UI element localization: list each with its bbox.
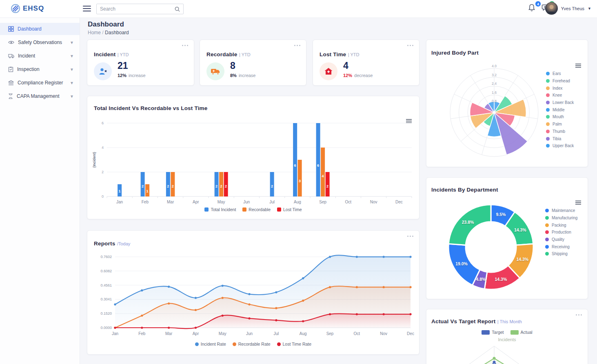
svg-text:6: 6 [317,163,319,168]
legend-item[interactable]: Lost Time [277,207,302,212]
bank-icon [8,80,14,86]
svg-text:Aug: Aug [294,200,301,204]
ehsq-logo-icon [11,4,20,13]
brand-logo[interactable]: EHSQ [11,4,44,13]
chart-subtitle: | This Month [497,319,522,324]
legend-label: Knee [553,93,562,97]
legend-item[interactable]: Target [482,330,504,335]
svg-text:0: 0 [102,194,104,199]
breadcrumb: Home / Dashboard [88,30,129,35]
svg-text:3: 3 [299,179,301,183]
chevron-down-icon: ▼ [70,67,74,72]
svg-text:2: 2 [326,184,328,188]
sidebar-item-label: Safety Observations [18,40,66,45]
legend-item[interactable]: Forehead [546,77,581,85]
card-menu-icon[interactable] [182,45,188,46]
legend-item[interactable]: Quality [545,236,584,243]
legend-item[interactable]: Actual [510,330,533,335]
bar-chart-legend: Total IncidentRecordableLost Time [87,207,419,212]
legend-item[interactable]: Packing [545,221,584,229]
legend-item[interactable]: Thumb [546,128,581,135]
legend-swatch-icon [545,216,549,220]
svg-text:6: 6 [102,121,104,125]
legend-item[interactable]: Total Incident [204,207,236,212]
card-menu-icon[interactable] [294,45,300,46]
sidebar-item-inspection[interactable]: Inspection ▼ [0,63,80,75]
legend-item[interactable]: Knee [546,92,581,99]
svg-text:Dec: Dec [407,331,414,336]
svg-text:1: 1 [146,189,149,193]
legend-item[interactable]: Recordable [242,207,271,212]
svg-text:May: May [219,331,226,336]
kpi-delta-note: increase [129,73,146,78]
sidebar: Dashboard Safety Observations ▼ Incident… [0,18,80,364]
legend-item[interactable]: Production [545,229,584,236]
kpi-title: Incident [94,51,115,57]
sidebar-item-label: Dashboard [18,26,74,32]
actual-vs-target-card: Actual Vs Target Report | This Month Tar… [426,309,588,364]
breadcrumb-home-link[interactable]: Home [88,30,101,35]
legend-item[interactable]: Shipping [545,250,584,258]
bar-chart[interactable]: 0246(Incident)JanFebMarAprMayJunJulAugSe… [91,117,416,212]
kpi-delta: 12%decrease [343,73,373,78]
legend-item[interactable]: Incident Rate [195,342,226,346]
legend-item[interactable]: Mouth [546,113,581,121]
menu-toggle-icon[interactable] [83,6,91,12]
card-menu-icon[interactable] [407,45,413,46]
legend-item[interactable]: Lost Time Rate [277,342,312,346]
svg-text:Feb: Feb [142,200,149,204]
search-input[interactable] [97,6,174,12]
legend-item[interactable]: Lower Back [546,99,581,106]
legend-item[interactable]: Middle [546,106,581,113]
sidebar-item-dashboard[interactable]: Dashboard [0,23,80,35]
legend-item[interactable]: Ears [546,70,581,77]
sidebar-item-incident[interactable]: Incident ▼ [0,50,80,62]
user-menu[interactable]: Yves Theus ▼ [545,2,591,15]
legend-swatch-icon [546,101,550,104]
legend-swatch-icon [510,330,519,335]
legend-item[interactable]: Upper Back [546,142,581,150]
legend-label: Shipping [552,251,568,256]
kpi-value: 4 [343,60,348,71]
grid-icon [8,26,14,32]
legend-item[interactable]: Index [546,84,581,92]
radar-chart[interactable] [426,342,588,364]
svg-text:19.0%: 19.0% [455,261,468,266]
notifications-button[interactable]: 4 [528,3,538,14]
card-menu-icon[interactable] [407,236,413,237]
legend-label: Middle [553,108,564,112]
injured-body-part-card: Injured Body Part 0.81.62.43.24.0 EarsFo… [426,40,588,167]
legend-swatch-icon [242,207,246,212]
incidents-by-department-card: Incidents By Department 9.5%14.3%14.3%14… [426,177,588,299]
sidebar-item-compliance-register[interactable]: Compliance Register ▼ [0,77,80,89]
svg-text:Jun: Jun [243,200,250,204]
svg-text:2: 2 [102,170,104,174]
legend-label: Total Incident [211,207,236,212]
legend-item[interactable]: Maintenance [545,207,584,214]
svg-text:2: 2 [215,184,217,188]
svg-text:Mar: Mar [165,331,173,336]
ambulance-icon [8,53,14,59]
legend-label: Manufacturing [552,216,577,220]
legend-item[interactable]: Tibia [546,135,581,142]
legend-swatch-icon [277,342,281,346]
card-menu-icon[interactable] [576,314,582,315]
sidebar-item-capa-management[interactable]: CAPA Management ▼ [0,90,80,102]
kpi-period: | YTD [348,52,360,57]
legend-item[interactable]: Palm [546,121,581,128]
search-icon[interactable] [174,6,180,12]
line-chart[interactable]: 0.00000.15200.30410.45610.60820.7602JanF… [91,252,416,348]
svg-text:1: 1 [119,189,121,193]
kpi-value: 8 [230,60,235,71]
legend-swatch-icon [546,144,550,148]
svg-text:1.6: 1.6 [492,90,497,95]
sidebar-item-label: Compliance Register [18,80,66,86]
legend-item[interactable]: Receiving [545,243,584,250]
legend-item[interactable]: Recordable Rate [233,342,271,346]
legend-label: Target [492,330,504,335]
legend-item[interactable]: Manufacturing [545,214,584,222]
legend-swatch-icon [482,330,490,335]
sidebar-item-safety-observations[interactable]: Safety Observations ▼ [0,36,80,49]
legend-swatch-icon [277,207,281,212]
legend-swatch-icon [546,93,550,97]
